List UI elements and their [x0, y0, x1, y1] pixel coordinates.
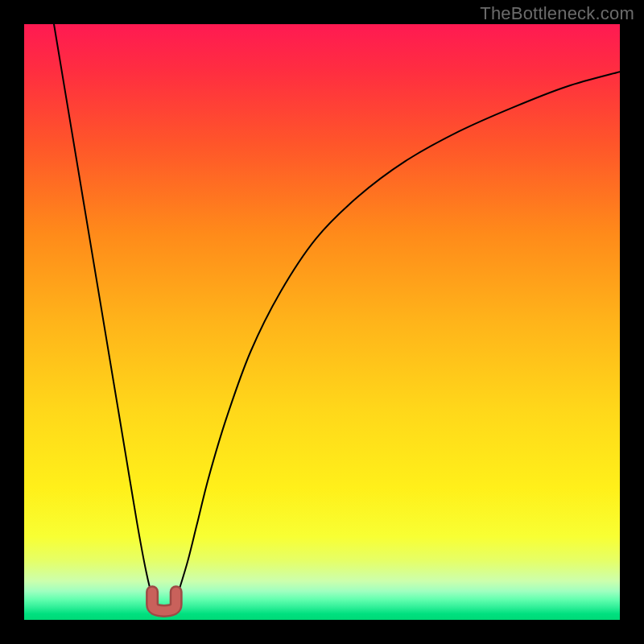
watermark-text: TheBottleneck.com	[480, 3, 634, 24]
minimum-marker-inner	[152, 592, 176, 611]
curve-right-branch	[173, 72, 620, 608]
outer-frame: TheBottleneck.com	[0, 0, 644, 644]
chart-curves	[24, 24, 620, 620]
plot-area	[24, 24, 620, 620]
curve-left-branch	[54, 24, 159, 608]
